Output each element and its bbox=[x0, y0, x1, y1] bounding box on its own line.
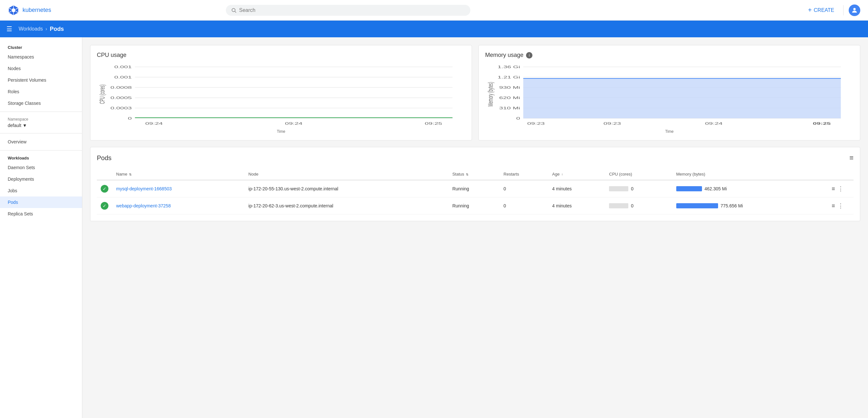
cluster-section-title: Cluster bbox=[0, 42, 82, 51]
sidebar-divider-1 bbox=[0, 111, 82, 112]
pod1-cpu-bar bbox=[609, 186, 628, 191]
svg-text:Memory (bytes): Memory (bytes) bbox=[487, 82, 494, 106]
col-status-text-header[interactable]: Status ⇅ bbox=[448, 168, 500, 180]
svg-text:09:25: 09:25 bbox=[813, 122, 831, 126]
filter-icon[interactable]: ≡ bbox=[849, 154, 854, 162]
table-row: ✓ webapp-deployment-37258 ip-172-20-62-3… bbox=[97, 197, 854, 215]
sidebar-item-overview[interactable]: Overview bbox=[0, 136, 82, 148]
col-node-header[interactable]: Node bbox=[245, 168, 448, 180]
pod1-mem-bar-wrap: 462.305 Mi bbox=[676, 186, 824, 191]
svg-marker-44 bbox=[523, 78, 841, 118]
svg-text:0.0008: 0.0008 bbox=[110, 86, 132, 90]
pod1-name-link[interactable]: mysql-deployment-1668503 bbox=[116, 186, 172, 191]
chevron-down-icon: ▼ bbox=[23, 123, 27, 128]
cpu-chart-x-label: Time bbox=[97, 129, 465, 134]
svg-text:09:24: 09:24 bbox=[285, 122, 303, 126]
namespace-section: Namespace default ▼ bbox=[0, 115, 82, 131]
pod1-actions-cell: ≡ ⋮ bbox=[828, 180, 854, 197]
cpu-chart-card: CPU usage 0.001 0.001 0.0008 bbox=[90, 45, 472, 140]
pod1-age-cell: 4 minutes bbox=[548, 180, 605, 197]
avatar[interactable] bbox=[849, 4, 860, 16]
sidebar-item-storage-classes[interactable]: Storage Classes bbox=[0, 97, 82, 109]
pod2-actions-cell: ≡ ⋮ bbox=[828, 197, 854, 215]
svg-point-1 bbox=[11, 8, 16, 12]
col-name-header[interactable]: Name ⇅ bbox=[112, 168, 245, 180]
svg-text:0: 0 bbox=[128, 117, 132, 121]
kubernetes-logo-icon bbox=[8, 4, 19, 16]
col-status-header bbox=[97, 168, 112, 180]
col-actions-header bbox=[828, 168, 854, 180]
pod2-more-button[interactable]: ⋮ bbox=[838, 202, 843, 209]
sort-status-icon: ⇅ bbox=[466, 173, 468, 176]
col-age-header[interactable]: Age ↑ bbox=[548, 168, 605, 180]
memory-chart-title: Memory usage i bbox=[485, 52, 854, 59]
svg-text:310 Mi: 310 Mi bbox=[499, 106, 520, 110]
search-input[interactable] bbox=[239, 7, 465, 13]
info-icon[interactable]: i bbox=[526, 52, 532, 59]
cpu-chart-area: 0.001 0.001 0.0008 0.0005 0.0003 0 09:24… bbox=[97, 64, 465, 128]
svg-text:0.0005: 0.0005 bbox=[110, 96, 132, 100]
pod2-cpu-value: 0 bbox=[631, 203, 633, 208]
pods-header: Pods ≡ bbox=[97, 154, 854, 162]
svg-point-8 bbox=[232, 8, 235, 11]
svg-text:09:24: 09:24 bbox=[705, 122, 723, 126]
pod2-name-cell: webapp-deployment-37258 bbox=[112, 197, 245, 215]
col-cpu-header[interactable]: CPU (cores) bbox=[605, 168, 672, 180]
namespace-label: Namespace bbox=[8, 117, 74, 122]
plus-icon: + bbox=[808, 6, 812, 14]
pod1-details-button[interactable]: ≡ bbox=[832, 186, 835, 192]
pod1-cpu-value: 0 bbox=[631, 186, 633, 191]
pod1-node-cell: ip-172-20-55-130.us-west-2.compute.inter… bbox=[245, 180, 448, 197]
user-icon bbox=[851, 7, 858, 14]
logo-text: kubernetes bbox=[23, 7, 51, 13]
pods-card: Pods ≡ Name ⇅ Node Status ⇅ Restarts bbox=[90, 147, 860, 221]
breadcrumb-parent[interactable]: Workloads bbox=[19, 26, 43, 32]
pod1-row-actions: ≡ ⋮ bbox=[832, 185, 850, 192]
pod2-memory-cell: 775.656 Mi bbox=[672, 197, 828, 215]
pod2-run-status-cell: Running bbox=[448, 197, 500, 215]
pod2-name-link[interactable]: webapp-deployment-37258 bbox=[116, 203, 171, 208]
namespace-value: default bbox=[8, 123, 21, 128]
pods-title: Pods bbox=[97, 154, 112, 162]
sidebar-item-persistent-volumes[interactable]: Persistent Volumes bbox=[0, 74, 82, 86]
pod1-more-button[interactable]: ⋮ bbox=[838, 185, 843, 192]
pod1-cpu-bar-wrap: 0 bbox=[609, 186, 669, 191]
sidebar-item-jobs[interactable]: Jobs bbox=[0, 185, 82, 196]
hamburger-icon[interactable]: ☰ bbox=[6, 25, 12, 33]
breadcrumb-separator: › bbox=[45, 26, 47, 32]
sidebar-item-nodes[interactable]: Nodes bbox=[0, 63, 82, 74]
pod1-mem-value: 462.305 Mi bbox=[705, 186, 727, 191]
svg-text:09:23: 09:23 bbox=[527, 122, 545, 126]
charts-row: CPU usage 0.001 0.001 0.0008 bbox=[90, 45, 860, 140]
sidebar-item-namespaces[interactable]: Namespaces bbox=[0, 51, 82, 63]
sidebar-item-deployments[interactable]: Deployments bbox=[0, 173, 82, 185]
svg-text:09:24: 09:24 bbox=[146, 122, 163, 126]
svg-text:0: 0 bbox=[516, 117, 520, 121]
svg-text:09:25: 09:25 bbox=[425, 122, 442, 126]
cpu-chart-title: CPU usage bbox=[97, 52, 465, 59]
pod2-mem-bar-wrap: 775.656 Mi bbox=[676, 203, 824, 208]
table-row: ✓ mysql-deployment-1668503 ip-172-20-55-… bbox=[97, 180, 854, 197]
logo: kubernetes bbox=[8, 4, 51, 16]
col-memory-header[interactable]: Memory (bytes) bbox=[672, 168, 828, 180]
sidebar-item-daemon-sets[interactable]: Daemon Sets bbox=[0, 162, 82, 173]
table-header: Name ⇅ Node Status ⇅ Restarts Age ↑ CPU … bbox=[97, 168, 854, 180]
sort-age-icon: ↑ bbox=[561, 173, 563, 176]
create-button[interactable]: + CREATE bbox=[804, 4, 838, 17]
sidebar-item-pods[interactable]: Pods bbox=[0, 196, 82, 208]
main-content: CPU usage 0.001 0.001 0.0008 bbox=[82, 37, 868, 229]
pod1-cpu-cell: 0 bbox=[605, 180, 672, 197]
pod1-mem-bar bbox=[676, 186, 702, 191]
svg-text:0.0003: 0.0003 bbox=[110, 106, 132, 110]
pod2-age-cell: 4 minutes bbox=[548, 197, 605, 215]
namespace-select[interactable]: default ▼ bbox=[8, 123, 74, 128]
pod2-details-button[interactable]: ≡ bbox=[832, 202, 835, 209]
sidebar-item-replica-sets[interactable]: Replica Sets bbox=[0, 208, 82, 220]
sidebar-item-roles[interactable]: Roles bbox=[0, 86, 82, 97]
search-bar[interactable] bbox=[226, 5, 470, 16]
sidebar-divider-2 bbox=[0, 133, 82, 133]
col-restarts-header[interactable]: Restarts bbox=[500, 168, 548, 180]
pod1-status-cell: ✓ bbox=[97, 180, 112, 197]
breadcrumb-bar: ☰ Workloads › Pods bbox=[0, 21, 868, 37]
pod2-cpu-bar-wrap: 0 bbox=[609, 203, 669, 208]
